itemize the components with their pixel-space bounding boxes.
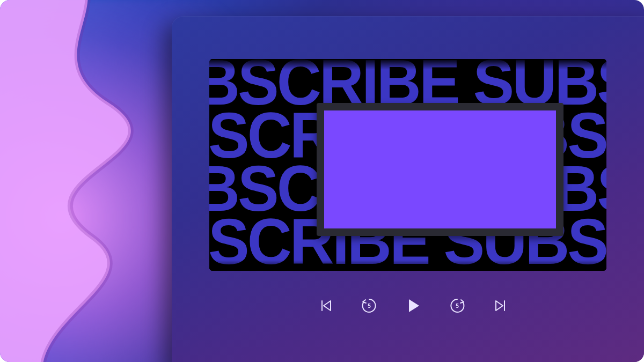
forward-seconds-label: 5	[456, 303, 459, 309]
playback-controls: 5 5	[172, 295, 644, 316]
video-area: UBSCRIBE SUBSCRIBE SUBSCRIB UBSCRIBE SUB…	[209, 59, 606, 271]
play-button[interactable]	[402, 295, 424, 316]
rewind-seconds-label: 5	[368, 303, 371, 309]
play-icon	[404, 297, 422, 315]
previous-button[interactable]	[317, 296, 336, 315]
rewind-icon: 5	[360, 297, 378, 315]
forward-5-button[interactable]: 5	[448, 296, 467, 315]
skip-forward-icon	[493, 298, 508, 313]
forward-icon: 5	[448, 297, 466, 315]
next-button[interactable]	[491, 296, 510, 315]
rewind-5-button[interactable]: 5	[360, 296, 379, 315]
inner-screen-placeholder	[317, 103, 564, 236]
player-window: UBSCRIBE SUBSCRIBE SUBSCRIB UBSCRIBE SUB…	[172, 16, 644, 362]
skip-back-icon	[319, 298, 334, 313]
media-player-card: UBSCRIBE SUBSCRIBE SUBSCRIB UBSCRIBE SUB…	[0, 0, 644, 362]
